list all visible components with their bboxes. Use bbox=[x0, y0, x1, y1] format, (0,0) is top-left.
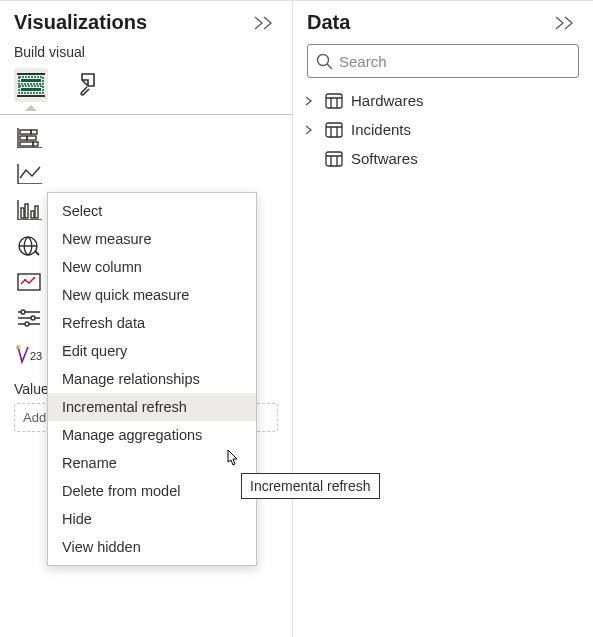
build-visual-icon bbox=[17, 73, 45, 97]
table-icon bbox=[325, 93, 343, 109]
viz-type-map[interactable] bbox=[14, 233, 44, 259]
svg-point-18 bbox=[24, 279, 26, 281]
table-icon bbox=[325, 151, 343, 167]
table-label: Softwares bbox=[351, 150, 418, 167]
format-visual-tab[interactable] bbox=[72, 68, 106, 102]
globe-icon bbox=[17, 235, 41, 257]
table-icon bbox=[325, 122, 343, 138]
svg-rect-26 bbox=[326, 123, 342, 137]
viz-type-kpi[interactable] bbox=[14, 269, 44, 295]
table-label: Hardwares bbox=[351, 92, 424, 109]
ctx-manage-aggregations[interactable]: Manage aggregations bbox=[48, 421, 256, 449]
table-context-menu: Select New measure New column New quick … bbox=[47, 192, 257, 566]
svg-rect-0 bbox=[17, 73, 45, 75]
ctx-incremental-refresh[interactable]: Incremental refresh bbox=[48, 393, 256, 421]
svg-point-24 bbox=[318, 54, 329, 65]
svg-rect-17 bbox=[18, 274, 40, 290]
viz-type-line[interactable] bbox=[14, 161, 44, 187]
svg-point-20 bbox=[21, 310, 25, 314]
svg-rect-13 bbox=[25, 204, 28, 218]
svg-rect-4 bbox=[21, 88, 41, 91]
column-chart-icon bbox=[16, 200, 42, 220]
viz-pane-header: Visualizations bbox=[14, 11, 278, 34]
svg-rect-2 bbox=[21, 79, 41, 82]
data-pane: Data Hardwares bbox=[293, 0, 593, 637]
svg-text:23: 23 bbox=[30, 350, 42, 362]
search-input[interactable] bbox=[339, 53, 570, 70]
svg-rect-25 bbox=[326, 94, 342, 108]
svg-rect-14 bbox=[31, 211, 34, 218]
collapse-viz-button[interactable] bbox=[250, 16, 278, 30]
ctx-new-measure[interactable]: New measure bbox=[48, 225, 256, 253]
ctx-refresh-data[interactable]: Refresh data bbox=[48, 309, 256, 337]
svg-rect-9 bbox=[27, 136, 36, 140]
ctx-new-quick-measure[interactable]: New quick measure bbox=[48, 281, 256, 309]
script-icon: 23 bbox=[16, 344, 42, 364]
slicer-icon bbox=[16, 308, 42, 328]
viz-pane-title: Visualizations bbox=[14, 11, 147, 34]
viz-type-stacked-bar[interactable] bbox=[14, 125, 44, 151]
svg-rect-12 bbox=[21, 208, 24, 218]
viz-type-clustered-column[interactable] bbox=[14, 197, 44, 223]
tooltip: Incremental refresh bbox=[241, 473, 380, 499]
build-visual-label: Build visual bbox=[14, 44, 278, 60]
ctx-delete-from-model[interactable]: Delete from model bbox=[48, 477, 256, 505]
svg-rect-7 bbox=[31, 130, 37, 134]
build-visual-tab[interactable] bbox=[14, 68, 48, 102]
svg-point-22 bbox=[25, 322, 29, 326]
svg-point-21 bbox=[31, 316, 35, 320]
ctx-view-hidden[interactable]: View hidden bbox=[48, 533, 256, 561]
collapse-data-button[interactable] bbox=[551, 16, 579, 30]
data-pane-title: Data bbox=[307, 11, 350, 34]
table-label: Incidents bbox=[351, 121, 411, 138]
ctx-rename[interactable]: Rename bbox=[48, 449, 256, 477]
search-icon bbox=[316, 53, 333, 70]
table-incidents[interactable]: Incidents bbox=[305, 121, 579, 138]
ctx-edit-query[interactable]: Edit query bbox=[48, 337, 256, 365]
table-softwares[interactable]: Softwares bbox=[305, 150, 579, 167]
viz-type-powerapps[interactable]: 23 bbox=[14, 341, 44, 367]
svg-rect-10 bbox=[20, 142, 33, 146]
viz-tab-row bbox=[14, 68, 278, 102]
line-chart-icon bbox=[16, 164, 42, 184]
svg-rect-11 bbox=[33, 142, 38, 146]
viz-type-slicer[interactable] bbox=[14, 305, 44, 331]
svg-point-19 bbox=[33, 277, 35, 279]
ctx-select[interactable]: Select bbox=[48, 197, 256, 225]
table-hardwares[interactable]: Hardwares bbox=[305, 92, 579, 109]
svg-rect-6 bbox=[20, 130, 31, 134]
kpi-icon bbox=[16, 272, 42, 292]
svg-rect-5 bbox=[17, 95, 45, 97]
svg-rect-15 bbox=[35, 206, 38, 218]
viz-tab-separator bbox=[0, 114, 292, 115]
svg-rect-8 bbox=[20, 136, 27, 140]
data-pane-header: Data bbox=[307, 11, 579, 34]
ctx-hide[interactable]: Hide bbox=[48, 505, 256, 533]
chevron-right-icon bbox=[305, 96, 317, 106]
svg-rect-27 bbox=[326, 152, 342, 166]
chevron-right-icon bbox=[305, 125, 317, 135]
tables-tree: Hardwares Incidents Softwares bbox=[305, 92, 579, 167]
ctx-new-column[interactable]: New column bbox=[48, 253, 256, 281]
format-icon bbox=[76, 72, 102, 98]
stacked-bar-icon bbox=[16, 128, 42, 148]
search-box[interactable] bbox=[307, 44, 579, 78]
ctx-manage-relationships[interactable]: Manage relationships bbox=[48, 365, 256, 393]
